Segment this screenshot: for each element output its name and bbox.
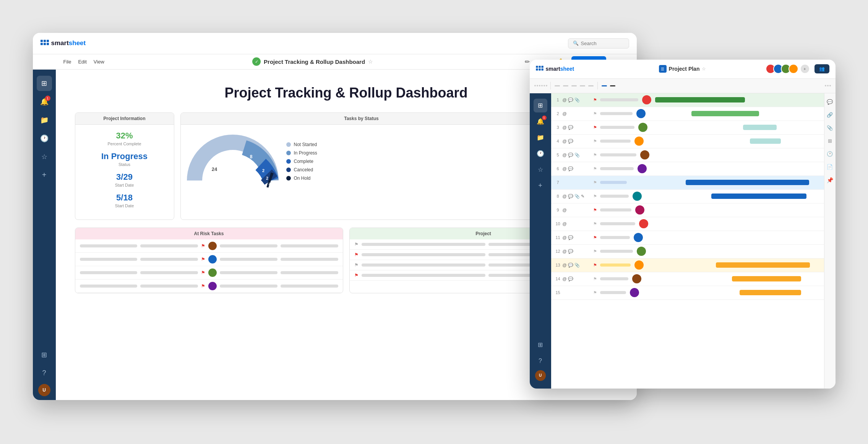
task-bar [80,271,138,274]
row-avatar [632,274,641,283]
toolbar-dash [555,85,560,86]
sidebar-item-files[interactable]: 📁 [37,112,52,128]
task-row: ⚑ [75,253,343,266]
gantt-star-icon[interactable]: ☆ [702,66,706,72]
attach-icon: 📎 [574,153,580,158]
row-avatar [636,109,646,118]
metric-end-date: 5/18 Start Date [81,193,168,208]
gantt-sidebar-add[interactable]: + [534,179,547,193]
panel-icon-comment[interactable]: 💬 [826,98,834,106]
search-box[interactable]: 🔍 [568,38,629,49]
gantt-sidebar-clock[interactable]: 🕐 [534,147,547,161]
gantt-sidebar-apps[interactable]: ⊞ [534,338,547,352]
row-number: 14 [553,276,563,281]
row-flag: ⚑ [593,98,597,102]
search-input[interactable] [581,41,624,46]
sidebar-item-help[interactable]: ? [37,366,52,381]
row-icons: @ 💬 [563,276,593,281]
row-flag-gray: ⚑ [593,139,597,144]
svg-rect-2 [47,40,49,42]
doc-icon: ✓ [252,57,261,66]
task-row: ⚑ [75,280,343,293]
row-flag-gray: ⚑ [593,153,597,158]
add-collaborator-btn[interactable]: + [801,65,809,73]
task-bar [140,271,198,274]
gantt-sidebar-home[interactable]: ⊞ [534,99,547,112]
menu-file[interactable]: File [63,59,71,65]
row-number: 7 [553,180,563,185]
gantt-folder-icon: 📁 [537,134,544,141]
row-icons: @ [563,221,593,226]
donut-container: 24 8 2 2 2 Not Started [181,125,542,198]
row-flag-gray: ⚑ [593,166,597,171]
gantt-sidebar-files[interactable]: 📁 [534,131,547,145]
star-icon[interactable]: ☆ [368,59,373,65]
sidebar-item-favorites[interactable]: ☆ [37,149,52,164]
task-bar [140,285,198,288]
svg-text:24: 24 [211,166,217,172]
row-icons: @ [563,111,593,116]
sidebar-item-home[interactable]: ⊞ [37,76,52,91]
metric-start-label: Start Date [81,183,168,187]
gantt-bar-blue [686,180,809,185]
row-label-bar [600,153,636,156]
task-avatar [208,255,217,263]
flag-icon: ⚑ [354,252,359,257]
gantt-sidebar-avatar[interactable]: U [535,370,546,381]
gantt-row-1: 1 @ 💬 📎 ⚑ [551,93,824,107]
panel-icon-doc[interactable]: 📄 [826,163,834,171]
gantt-notification-badge: 1 [542,115,547,120]
sidebar-item-recent[interactable]: 🕐 [37,131,52,146]
gantt-row-9: 9 @ ⚑ [551,203,824,217]
gantt-share-icon: 👥 [819,66,825,72]
row-label-bar [600,263,631,267]
sidebar-avatar[interactable]: U [38,384,50,396]
at-icon: @ [563,194,567,198]
task-bar [281,244,338,247]
task-bar [220,258,277,261]
task-row: ⚑ [75,266,343,280]
sidebar-item-add[interactable]: + [37,168,52,183]
row-number: 2 [553,111,563,116]
menu-view[interactable]: View [94,59,104,65]
metric-start-date: 3/29 Start Date [81,172,168,187]
legend-complete: Complete [286,159,317,164]
gantt-avatars [768,64,798,74]
gantt-sidebar-help[interactable]: ? [534,354,547,368]
attach-icon: 📎 [574,98,580,102]
panel-icon-attach[interactable]: 📎 [826,124,834,132]
gantt-help-icon: ? [539,358,542,364]
row-avatar [637,247,646,256]
gantt-bar-yellow [740,290,801,295]
at-icon: @ [563,153,567,157]
at-icon: @ [563,276,567,281]
gantt-row-12: 12 @ 💬 ⚑ [551,245,824,259]
metric-percent-label: Percent Complete [81,141,168,146]
row-label-bar [600,167,634,170]
sidebar-item-apps[interactable]: ⊞ [37,347,52,363]
sidebar: ⊞ 🔔 1 📁 🕐 ☆ + [33,70,56,400]
toolbar-separator [597,82,598,89]
toolbar-dash-blue [602,85,607,86]
gantt-table: 1 @ 💬 📎 ⚑ [551,93,824,389]
menu-edit[interactable]: Edit [78,59,86,65]
gantt-sidebar-star[interactable]: ☆ [534,163,547,177]
folder-icon: 📁 [40,116,49,124]
task-bar [281,285,338,288]
gantt-share-btn[interactable]: 👥 [814,64,829,73]
panel-icon-grid[interactable]: ⊞ [826,137,834,145]
gantt-sidebar-notifications[interactable]: 🔔 1 [534,115,547,128]
gantt-window: smartsheet ☰ Project Plan ☆ + 👥 [530,60,836,389]
gantt-row-3: 3 @ 💬 ⚑ [551,121,824,135]
attach-icon: 📎 [574,263,580,268]
project-info-header: Project Information [75,113,174,125]
at-icon: @ [563,125,567,130]
row-flag-gray: ⚑ [593,249,597,254]
panel-icon-pin[interactable]: 📌 [826,176,834,184]
panel-icon-clock[interactable]: 🕐 [826,150,834,158]
at-risk-card: At Risk Tasks ⚑ [75,228,343,293]
sidebar-item-notifications[interactable]: 🔔 1 [37,94,52,109]
logo: smartsheet [41,39,86,47]
panel-icon-link[interactable]: 🔗 [826,111,834,119]
svg-text:2: 2 [262,168,264,173]
